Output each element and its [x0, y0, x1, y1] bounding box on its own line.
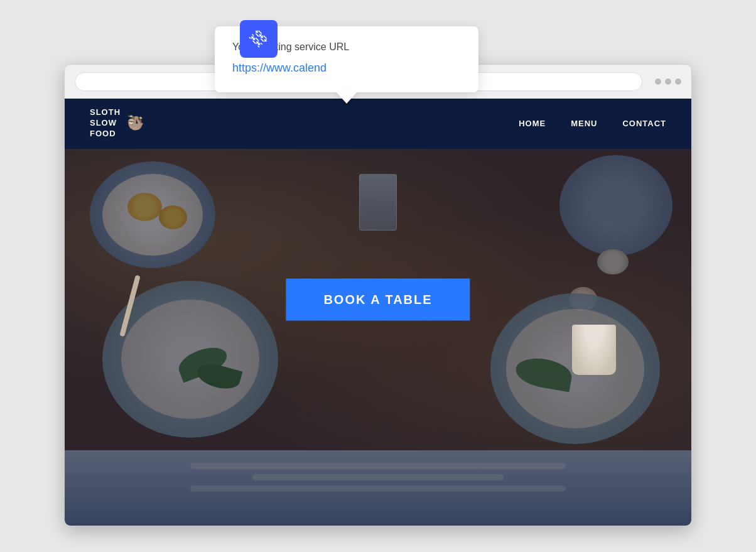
link-badge[interactable]: ⛓ — [240, 20, 278, 58]
nav: SLOTH SLOW FOOD 🦥 HOME MENU CONTACT — [65, 99, 691, 149]
booking-url-input[interactable] — [232, 62, 461, 75]
sloth-icon: 🦥 — [127, 115, 144, 131]
browser-dot-1 — [655, 78, 661, 85]
nav-links: HOME MENU CONTACT — [519, 119, 666, 128]
nav-home[interactable]: HOME — [519, 119, 546, 128]
browser-dot-2 — [665, 78, 671, 85]
outer-wrapper: ⛓ Your Booking service URL SLOTH SLOW — [64, 26, 692, 526]
nav-logo: SLOTH SLOW FOOD 🦥 — [90, 107, 519, 139]
browser-window: SLOTH SLOW FOOD 🦥 HOME MENU CONTACT — [64, 64, 692, 526]
below-content — [65, 450, 691, 526]
link-icon: ⛓ — [246, 26, 271, 51]
nav-menu[interactable]: MENU — [571, 119, 597, 128]
fade-line-2 — [252, 474, 503, 480]
hero-section: BOOK A TABLE — [65, 149, 691, 450]
nav-contact[interactable]: CONTACT — [622, 119, 666, 128]
fade-line-3 — [190, 485, 566, 492]
book-table-button[interactable]: BOOK A TABLE — [286, 278, 470, 320]
browser-dot-3 — [675, 78, 681, 85]
coffee-cup — [572, 325, 616, 375]
fade-line-1 — [190, 463, 566, 469]
logo-text: SLOTH SLOW FOOD — [90, 107, 121, 139]
website-content: SLOTH SLOW FOOD 🦥 HOME MENU CONTACT — [65, 99, 691, 526]
book-btn-wrapper: BOOK A TABLE — [286, 278, 470, 320]
browser-dots — [655, 78, 681, 85]
